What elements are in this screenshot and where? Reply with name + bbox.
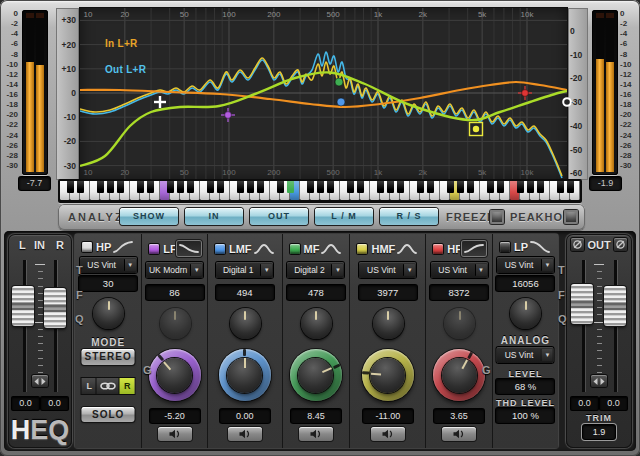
piano-black-key[interactable]: [357, 181, 364, 193]
piano-black-key[interactable]: [327, 181, 334, 193]
piano-black-key[interactable]: [487, 181, 494, 193]
band-gain-knob[interactable]: [219, 349, 271, 401]
output-balance-button[interactable]: [591, 375, 607, 387]
piano-black-key[interactable]: [287, 181, 294, 193]
band-q-knob[interactable]: [230, 308, 261, 339]
filter-shape-bell-icon[interactable]: [252, 241, 276, 256]
piano-black-key[interactable]: [187, 181, 194, 193]
filter-shape-lp-icon[interactable]: [528, 239, 552, 254]
piano-black-key[interactable]: [537, 181, 544, 193]
piano-black-key[interactable]: [377, 181, 384, 193]
band-gain-value[interactable]: 8.45: [291, 409, 341, 423]
piano-black-key[interactable]: [137, 181, 144, 193]
piano-black-key[interactable]: [247, 181, 254, 193]
piano-black-key[interactable]: [447, 181, 454, 193]
band-q-knob[interactable]: [93, 298, 124, 329]
piano-black-key[interactable]: [177, 181, 184, 193]
piano-black-key[interactable]: [147, 181, 154, 193]
band-listen-button[interactable]: [228, 427, 262, 441]
piano-black-key[interactable]: [527, 181, 534, 193]
band-type-select[interactable]: Digital 2▼: [287, 262, 344, 278]
thd-level-value[interactable]: 100 %: [496, 408, 554, 423]
trim-value[interactable]: 1.9: [583, 425, 615, 439]
band-enable-led[interactable]: [82, 242, 92, 252]
band-gain-knob[interactable]: [149, 349, 201, 401]
piano-black-key[interactable]: [417, 181, 424, 193]
filter-shape-hp-icon[interactable]: [111, 239, 135, 254]
piano-black-key[interactable]: [387, 181, 394, 193]
output-gain-value-r[interactable]: 0.0: [600, 397, 627, 410]
input-gain-value-l[interactable]: 0.0: [12, 397, 39, 410]
band-enable-led[interactable]: [290, 244, 300, 254]
piano-black-key[interactable]: [347, 181, 354, 193]
channel-l-button[interactable]: L: [82, 378, 97, 394]
output-clip-led-left[interactable]: [596, 13, 604, 18]
band-gain-value[interactable]: -11.00: [363, 409, 413, 423]
piano-black-key[interactable]: [217, 181, 224, 193]
piano-black-key[interactable]: [497, 181, 504, 193]
band-gain-knob[interactable]: [290, 349, 342, 401]
band-freq-value[interactable]: 86: [146, 285, 204, 300]
analyzer-button-lm[interactable]: L / M: [315, 208, 373, 225]
piano-black-key[interactable]: [67, 181, 74, 193]
analyzer-button-show[interactable]: SHOW: [120, 208, 178, 225]
band-type-select[interactable]: US Vint▼: [431, 262, 488, 278]
band-gain-value[interactable]: 3.65: [434, 409, 484, 423]
piano-black-key[interactable]: [427, 181, 434, 193]
band-freq-value[interactable]: 478: [287, 285, 345, 300]
output-fader-thumb-r[interactable]: [604, 286, 626, 326]
piano-black-key[interactable]: [97, 181, 104, 193]
band-type-select[interactable]: Digital 1▼: [216, 262, 273, 278]
analyzer-button-in[interactable]: IN: [185, 208, 243, 225]
filter-shape-bell-icon[interactable]: [319, 241, 343, 256]
piano-black-key[interactable]: [317, 181, 324, 193]
analog-type-select[interactable]: US Vint▼: [497, 347, 554, 363]
band-type-select[interactable]: US Vint▼: [359, 262, 416, 278]
band-q-knob[interactable]: [510, 298, 541, 329]
band-gain-value[interactable]: -5.20: [150, 409, 200, 423]
band-type-select[interactable]: UK Modrn▼: [146, 262, 203, 278]
band-gain-knob[interactable]: [433, 349, 485, 401]
band-freq-value[interactable]: 3977: [359, 285, 417, 300]
piano-black-key[interactable]: [567, 181, 574, 193]
analyzer-button-rs[interactable]: R / S: [380, 208, 438, 225]
band-listen-button[interactable]: [371, 427, 405, 441]
filter-shape-highshelf-icon[interactable]: [462, 241, 486, 256]
band-enable-led[interactable]: [357, 244, 367, 254]
input-clip-led-right[interactable]: [36, 13, 44, 18]
band-freq-value[interactable]: 30: [79, 276, 137, 291]
input-gain-value-r[interactable]: 0.0: [41, 397, 68, 410]
band-q-knob[interactable]: [301, 308, 332, 339]
channel-link-button[interactable]: [97, 378, 120, 394]
input-fader-thumb-l[interactable]: [12, 286, 34, 326]
piano-black-key[interactable]: [107, 181, 114, 193]
band-gain-value[interactable]: 0.00: [220, 409, 270, 423]
band-freq-value[interactable]: 16056: [496, 276, 554, 291]
piano-black-key[interactable]: [557, 181, 564, 193]
output-clip-led-right[interactable]: [606, 13, 614, 18]
output-phase-button-r[interactable]: [614, 238, 627, 251]
band-enable-led[interactable]: [500, 242, 510, 252]
piano-black-key[interactable]: [467, 181, 474, 193]
peakhold-button[interactable]: [564, 210, 578, 224]
level-value[interactable]: 68 %: [496, 379, 554, 394]
filter-shape-lowshelf-icon[interactable]: [177, 241, 201, 256]
piano-black-key[interactable]: [77, 181, 84, 193]
piano-black-key[interactable]: [397, 181, 404, 193]
band-listen-button[interactable]: [442, 427, 476, 441]
piano-black-key[interactable]: [277, 181, 284, 193]
piano-black-key[interactable]: [307, 181, 314, 193]
band-listen-button[interactable]: [299, 427, 333, 441]
piano-black-key[interactable]: [237, 181, 244, 193]
band-q-knob[interactable]: [373, 308, 404, 339]
filter-shape-bell-icon[interactable]: [395, 241, 419, 256]
freeze-button[interactable]: [490, 210, 504, 224]
band-q-knob[interactable]: [444, 308, 475, 339]
band-enable-led[interactable]: [433, 244, 443, 254]
solo-button[interactable]: SOLO: [82, 407, 135, 422]
band-enable-led[interactable]: [215, 244, 225, 254]
eq-graph[interactable]: In L+R Out L+R 1010202050501001002002005…: [80, 8, 567, 180]
output-fader-track-l[interactable]: [582, 260, 585, 392]
piano-black-key[interactable]: [517, 181, 524, 193]
input-clip-led-left[interactable]: [26, 13, 34, 18]
